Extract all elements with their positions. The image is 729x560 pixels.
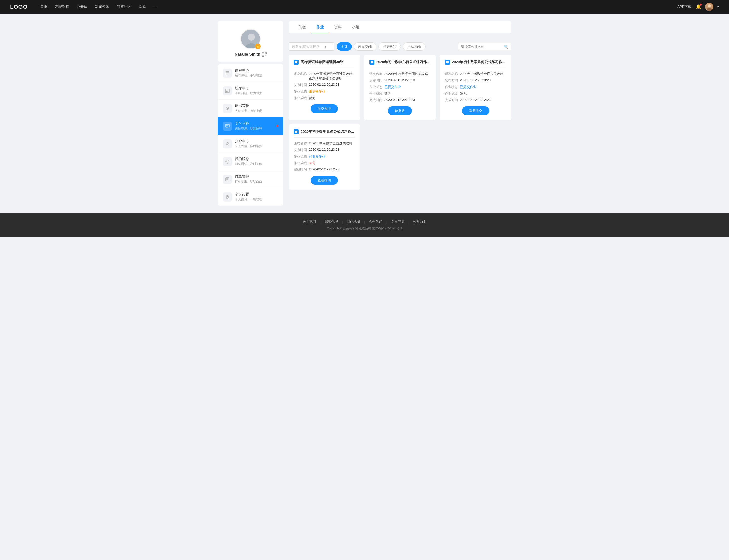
filter-not-submitted[interactable]: 未提交(4) xyxy=(354,42,377,51)
settings-icon xyxy=(223,192,232,202)
svg-rect-19 xyxy=(225,75,227,75)
navigation: LOGO 首页 发现课程 公开课 新闻资讯 问答社区 题库 ··· APP下载 … xyxy=(0,0,729,14)
svg-point-1 xyxy=(708,4,711,7)
filter-all[interactable]: 全部 xyxy=(337,42,352,51)
sidebar-item-orders[interactable]: 订单管理 订单支出、明明白白 xyxy=(218,170,283,188)
footer-link-partners[interactable]: 合作伙伴 xyxy=(365,219,386,224)
filter-buttons: 全部 未提交(4) 已提交(4) 已批阅(4) xyxy=(337,42,426,51)
footer-link-recruit[interactable]: 招贤纳士 xyxy=(409,219,430,224)
card-row-4-4: 完成时间 2020-02-12 22:12:23 xyxy=(293,167,355,172)
tab-homework[interactable]: 作业 xyxy=(311,21,329,33)
svg-rect-15 xyxy=(265,56,266,57)
filter-left: 请选择课程/课程包 ▾ 全部 未提交(4) 已提交(4) 已批阅(4) xyxy=(288,42,426,51)
tab-group[interactable]: 小组 xyxy=(347,21,364,33)
menu-text-account: 账户中心 个人权益、实时掌握 xyxy=(235,139,278,148)
select-chevron-icon: ▾ xyxy=(324,45,326,49)
svg-rect-16 xyxy=(225,71,229,72)
card-row-3-4: 完成时间 2020-02-12 22:12:23 xyxy=(445,98,506,102)
question-bank-icon xyxy=(223,86,232,95)
view-review-button[interactable]: 查看批阅 xyxy=(310,176,338,185)
sidebar-item-course-center[interactable]: 课程中心 精彩课程、不容错过 xyxy=(218,64,283,82)
search-box: 🔍 xyxy=(458,43,511,50)
card-row-2-4: 完成时间 2020-02-12 22:12:23 xyxy=(369,98,431,102)
sidebar-item-question-bank[interactable]: 题库中心 海量习题、助力通关 xyxy=(218,82,283,100)
card-header-1: 高考英语试卷阅读理解30张 xyxy=(293,60,355,68)
sidebar-item-certificate[interactable]: 证书荣誉 收获荣誉、持证上岗 xyxy=(218,100,283,117)
nav-bell[interactable]: 🔔 xyxy=(696,4,701,10)
nav-home[interactable]: 首页 xyxy=(40,5,47,9)
cards-grid: 高考英语试卷阅读理解30张 课次名称 2020年高考英语全面过关攻略-第六期零基… xyxy=(288,55,511,190)
shield-icon-2 xyxy=(369,60,375,65)
nav-right: APP下载 🔔 ▾ xyxy=(677,3,719,11)
avatar-image xyxy=(705,3,713,11)
sidebar-item-messages[interactable]: 我的消息 消息通知、及时了解 xyxy=(218,153,283,170)
shield-icon-4 xyxy=(293,129,299,134)
main-layout: ⭐ Natalie Smith xyxy=(213,14,516,213)
svg-rect-22 xyxy=(226,91,228,91)
svg-rect-18 xyxy=(225,74,229,74)
pending-review-button[interactable]: 待批阅 xyxy=(388,106,412,115)
card-row-4-2: 作业状态 已批阅作业 xyxy=(293,154,355,159)
menu-text-course-center: 课程中心 精彩课程、不容错过 xyxy=(235,68,278,78)
card-row-4-0: 课次名称 2020年中考数学全面过关攻略 xyxy=(293,141,355,146)
tab-materials[interactable]: 资料 xyxy=(329,21,347,33)
course-select[interactable]: 请选择课程/课程包 ▾ xyxy=(288,42,334,51)
profile-card: ⭐ Natalie Smith xyxy=(218,21,283,62)
card-header-4: 2020年初中数学几何公式练习作... xyxy=(293,129,355,138)
content-tabs: 问答 作业 资料 小组 xyxy=(288,21,511,33)
nav-discover[interactable]: 发现课程 xyxy=(55,5,69,9)
card-row-1-2: 作业状态 未提交作业 xyxy=(293,89,355,94)
qr-code-icon[interactable] xyxy=(262,52,266,57)
svg-rect-21 xyxy=(226,90,228,90)
messages-icon xyxy=(223,157,232,166)
sidebar-menu: 课程中心 精彩课程、不容错过 题库中心 海量习题、助力通关 xyxy=(218,64,283,206)
nav-download[interactable]: APP下载 xyxy=(677,5,692,9)
resubmit-button[interactable]: 重新提交 xyxy=(462,106,489,115)
footer-link-disclaimer[interactable]: 免责声明 xyxy=(387,219,408,224)
svg-rect-11 xyxy=(262,55,263,56)
sidebar-item-account[interactable]: 账户中心 个人权益、实时掌握 xyxy=(218,135,283,153)
footer-link-franchise[interactable]: 加盟代理 xyxy=(321,219,342,224)
menu-notification-dot xyxy=(276,125,278,127)
tab-qa[interactable]: 问答 xyxy=(293,21,311,33)
chevron-down-icon[interactable]: ▾ xyxy=(717,5,719,9)
nav-open-course[interactable]: 公开课 xyxy=(77,5,87,9)
footer-copyright: Copyright© 云朵商学院 版权所有 京ICP备17051340号-1 xyxy=(10,226,719,231)
bell-dot xyxy=(700,4,702,6)
filter-submitted[interactable]: 已提交(4) xyxy=(379,42,401,51)
card-row-1-3: 作业成绩 暂无 xyxy=(293,96,355,100)
card-header-3: 2020年初中数学几何公式练习作... xyxy=(445,60,506,68)
svg-rect-13 xyxy=(265,55,266,55)
study-qa-icon xyxy=(223,122,232,131)
nav-question-bank[interactable]: 题库 xyxy=(138,5,145,9)
nav-more[interactable]: ··· xyxy=(153,4,157,10)
menu-text-study-qa: 学习问答 课后重温、疑难解答 xyxy=(235,121,276,131)
footer-link-sitemap[interactable]: 网站地图 xyxy=(343,219,364,224)
footer-link-about[interactable]: 关于我们 xyxy=(299,219,320,224)
card-row-2-2: 作业状态 已提交作业 xyxy=(369,85,431,89)
course-select-wrap: 请选择课程/课程包 ▾ xyxy=(288,42,334,51)
filter-reviewed[interactable]: 已批阅(4) xyxy=(403,42,426,51)
nav-news[interactable]: 新闻资讯 xyxy=(95,5,109,9)
card-row-4-1: 发布时间 2020-02-12 20:23:23 xyxy=(293,148,355,152)
search-input[interactable] xyxy=(461,45,502,49)
card-row-2-1: 发布时间 2020-02-12 20:23:23 xyxy=(369,78,431,83)
sidebar-item-study-qa[interactable]: 学习问答 课后重温、疑难解答 xyxy=(218,117,283,135)
avatar-wrap: ⭐ xyxy=(240,29,261,49)
svg-rect-9 xyxy=(265,53,266,54)
card-row-3-0: 课次名称 2020年中考数学全面过关攻略 xyxy=(445,72,506,76)
avatar[interactable] xyxy=(705,3,713,11)
card-row-1-0: 课次名称 2020年高考英语全面过关攻略-第六期零基础语法攻略 xyxy=(293,72,355,81)
card-row-3-1: 发布时间 2020-02-12 20:23:23 xyxy=(445,78,506,83)
nav-qa[interactable]: 问答社区 xyxy=(117,5,131,9)
sidebar-item-settings[interactable]: 个人设置 个人信息、一键管理 xyxy=(218,188,283,206)
homework-card-2: 2020年初中数学几何公式练习作... 课次名称 2020年中考数学全面过关攻略… xyxy=(364,55,436,120)
course-center-icon xyxy=(223,69,232,78)
card-footer-4: 查看批阅 xyxy=(293,176,355,185)
svg-point-37 xyxy=(226,196,228,198)
submit-homework-button[interactable]: 提交作业 xyxy=(310,104,338,113)
card-title-3: 2020年初中数学几何公式练习作... xyxy=(452,60,506,64)
search-icon[interactable]: 🔍 xyxy=(504,45,508,49)
svg-point-31 xyxy=(228,125,228,126)
svg-point-4 xyxy=(248,34,255,41)
